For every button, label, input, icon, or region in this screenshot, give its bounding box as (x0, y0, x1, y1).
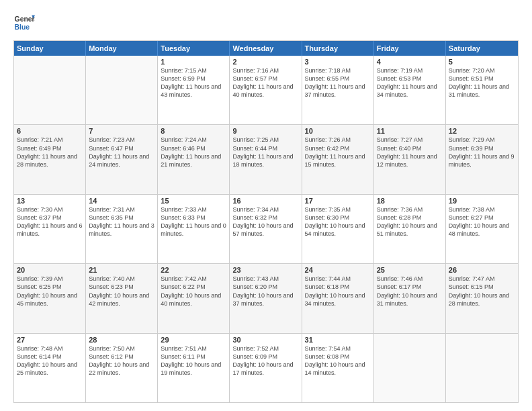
day-number: 20 (17, 266, 83, 274)
calendar-day-cell: 29Sunrise: 7:51 AM Sunset: 6:11 PM Dayli… (158, 334, 230, 402)
day-info: Sunrise: 7:42 AM Sunset: 6:22 PM Dayligh… (161, 275, 226, 308)
calendar-day-header: Sunday (14, 41, 86, 56)
day-number: 27 (17, 336, 83, 344)
calendar-day-cell: 6Sunrise: 7:21 AM Sunset: 6:49 PM Daylig… (14, 125, 86, 193)
calendar-day-cell: 31Sunrise: 7:54 AM Sunset: 6:08 PM Dayli… (302, 334, 374, 402)
day-number: 25 (377, 266, 443, 274)
page-header: General Blue (13, 12, 519, 34)
day-info: Sunrise: 7:30 AM Sunset: 6:37 PM Dayligh… (17, 205, 83, 238)
calendar-header-row: SundayMondayTuesdayWednesdayThursdayFrid… (14, 41, 518, 56)
day-info: Sunrise: 7:46 AM Sunset: 6:17 PM Dayligh… (377, 275, 443, 308)
calendar-day-header: Wednesday (230, 41, 302, 56)
day-info: Sunrise: 7:29 AM Sunset: 6:39 PM Dayligh… (449, 136, 515, 169)
calendar-day-cell: 25Sunrise: 7:46 AM Sunset: 6:17 PM Dayli… (374, 264, 446, 332)
calendar-day-cell: 27Sunrise: 7:48 AM Sunset: 6:14 PM Dayli… (14, 334, 86, 402)
day-info: Sunrise: 7:38 AM Sunset: 6:27 PM Dayligh… (449, 205, 515, 238)
day-info: Sunrise: 7:39 AM Sunset: 6:25 PM Dayligh… (17, 275, 83, 308)
day-number: 30 (232, 336, 298, 344)
day-number: 7 (89, 127, 154, 135)
day-number: 11 (377, 127, 443, 135)
day-info: Sunrise: 7:18 AM Sunset: 6:55 PM Dayligh… (305, 66, 371, 99)
calendar-day-cell: 7Sunrise: 7:23 AM Sunset: 6:47 PM Daylig… (86, 125, 158, 193)
calendar-day-header: Saturday (446, 41, 518, 56)
logo-icon: General Blue (13, 12, 35, 34)
day-number: 22 (161, 266, 226, 274)
day-number: 17 (305, 197, 371, 205)
day-info: Sunrise: 7:51 AM Sunset: 6:11 PM Dayligh… (161, 345, 226, 377)
calendar-day-cell: 8Sunrise: 7:24 AM Sunset: 6:46 PM Daylig… (158, 125, 230, 193)
svg-text:Blue: Blue (15, 24, 30, 31)
calendar-day-cell: 15Sunrise: 7:33 AM Sunset: 6:33 PM Dayli… (158, 195, 230, 263)
calendar-empty-cell (374, 334, 446, 402)
day-info: Sunrise: 7:33 AM Sunset: 6:33 PM Dayligh… (161, 205, 226, 238)
calendar-day-cell: 16Sunrise: 7:34 AM Sunset: 6:32 PM Dayli… (230, 195, 302, 263)
day-number: 9 (232, 127, 298, 135)
day-number: 4 (377, 58, 443, 66)
day-info: Sunrise: 7:20 AM Sunset: 6:51 PM Dayligh… (449, 66, 515, 99)
calendar-body: 1Sunrise: 7:15 AM Sunset: 6:59 PM Daylig… (14, 56, 518, 402)
day-number: 26 (449, 266, 515, 274)
day-info: Sunrise: 7:34 AM Sunset: 6:32 PM Dayligh… (232, 205, 298, 238)
calendar-day-header: Tuesday (158, 41, 230, 56)
calendar-week-row: 20Sunrise: 7:39 AM Sunset: 6:25 PM Dayli… (14, 263, 518, 332)
calendar-day-cell: 30Sunrise: 7:52 AM Sunset: 6:09 PM Dayli… (230, 334, 302, 402)
day-info: Sunrise: 7:21 AM Sunset: 6:49 PM Dayligh… (17, 136, 83, 169)
day-info: Sunrise: 7:35 AM Sunset: 6:30 PM Dayligh… (305, 205, 371, 238)
calendar-week-row: 13Sunrise: 7:30 AM Sunset: 6:37 PM Dayli… (14, 194, 518, 263)
day-info: Sunrise: 7:19 AM Sunset: 6:53 PM Dayligh… (377, 66, 443, 99)
day-number: 21 (89, 266, 154, 274)
day-number: 19 (449, 197, 515, 205)
day-number: 1 (161, 58, 226, 66)
day-info: Sunrise: 7:50 AM Sunset: 6:12 PM Dayligh… (89, 345, 154, 377)
calendar-day-cell: 3Sunrise: 7:18 AM Sunset: 6:55 PM Daylig… (302, 56, 374, 124)
calendar-day-cell: 4Sunrise: 7:19 AM Sunset: 6:53 PM Daylig… (374, 56, 446, 124)
calendar-day-cell: 9Sunrise: 7:25 AM Sunset: 6:44 PM Daylig… (230, 125, 302, 193)
day-number: 5 (449, 58, 515, 66)
day-number: 12 (449, 127, 515, 135)
day-number: 8 (161, 127, 226, 135)
calendar-week-row: 1Sunrise: 7:15 AM Sunset: 6:59 PM Daylig… (14, 56, 518, 124)
day-info: Sunrise: 7:40 AM Sunset: 6:23 PM Dayligh… (89, 275, 154, 308)
logo: General Blue (13, 12, 35, 34)
calendar-empty-cell (14, 56, 86, 124)
calendar-day-header: Friday (374, 41, 446, 56)
day-number: 31 (305, 336, 371, 344)
calendar-day-cell: 11Sunrise: 7:27 AM Sunset: 6:40 PM Dayli… (374, 125, 446, 193)
calendar-day-cell: 28Sunrise: 7:50 AM Sunset: 6:12 PM Dayli… (86, 334, 158, 402)
day-number: 6 (17, 127, 83, 135)
day-info: Sunrise: 7:54 AM Sunset: 6:08 PM Dayligh… (305, 345, 371, 377)
calendar-day-cell: 17Sunrise: 7:35 AM Sunset: 6:30 PM Dayli… (302, 195, 374, 263)
calendar-day-cell: 19Sunrise: 7:38 AM Sunset: 6:27 PM Dayli… (446, 195, 518, 263)
calendar-day-cell: 20Sunrise: 7:39 AM Sunset: 6:25 PM Dayli… (14, 264, 86, 332)
calendar-day-cell: 24Sunrise: 7:44 AM Sunset: 6:18 PM Dayli… (302, 264, 374, 332)
day-info: Sunrise: 7:24 AM Sunset: 6:46 PM Dayligh… (161, 136, 226, 169)
day-info: Sunrise: 7:52 AM Sunset: 6:09 PM Dayligh… (232, 345, 298, 377)
day-info: Sunrise: 7:25 AM Sunset: 6:44 PM Dayligh… (232, 136, 298, 169)
calendar-day-cell: 2Sunrise: 7:16 AM Sunset: 6:57 PM Daylig… (230, 56, 302, 124)
calendar-day-cell: 13Sunrise: 7:30 AM Sunset: 6:37 PM Dayli… (14, 195, 86, 263)
calendar-day-cell: 18Sunrise: 7:36 AM Sunset: 6:28 PM Dayli… (374, 195, 446, 263)
calendar-day-cell: 26Sunrise: 7:47 AM Sunset: 6:15 PM Dayli… (446, 264, 518, 332)
day-info: Sunrise: 7:16 AM Sunset: 6:57 PM Dayligh… (232, 66, 298, 99)
calendar-day-header: Thursday (302, 41, 374, 56)
calendar-empty-cell (86, 56, 158, 124)
day-number: 15 (161, 197, 226, 205)
day-number: 10 (305, 127, 371, 135)
calendar-day-cell: 22Sunrise: 7:42 AM Sunset: 6:22 PM Dayli… (158, 264, 230, 332)
calendar-day-cell: 1Sunrise: 7:15 AM Sunset: 6:59 PM Daylig… (158, 56, 230, 124)
day-number: 29 (161, 336, 226, 344)
calendar-day-header: Monday (86, 41, 158, 56)
calendar-day-cell: 5Sunrise: 7:20 AM Sunset: 6:51 PM Daylig… (446, 56, 518, 124)
calendar-day-cell: 14Sunrise: 7:31 AM Sunset: 6:35 PM Dayli… (86, 195, 158, 263)
day-info: Sunrise: 7:27 AM Sunset: 6:40 PM Dayligh… (377, 136, 443, 169)
calendar-day-cell: 12Sunrise: 7:29 AM Sunset: 6:39 PM Dayli… (446, 125, 518, 193)
day-info: Sunrise: 7:43 AM Sunset: 6:20 PM Dayligh… (232, 275, 298, 308)
day-info: Sunrise: 7:23 AM Sunset: 6:47 PM Dayligh… (89, 136, 154, 169)
day-number: 3 (305, 58, 371, 66)
calendar-day-cell: 10Sunrise: 7:26 AM Sunset: 6:42 PM Dayli… (302, 125, 374, 193)
day-info: Sunrise: 7:36 AM Sunset: 6:28 PM Dayligh… (377, 205, 443, 238)
day-info: Sunrise: 7:47 AM Sunset: 6:15 PM Dayligh… (449, 275, 515, 308)
day-info: Sunrise: 7:15 AM Sunset: 6:59 PM Dayligh… (161, 66, 226, 99)
day-number: 16 (232, 197, 298, 205)
day-info: Sunrise: 7:48 AM Sunset: 6:14 PM Dayligh… (17, 345, 83, 377)
